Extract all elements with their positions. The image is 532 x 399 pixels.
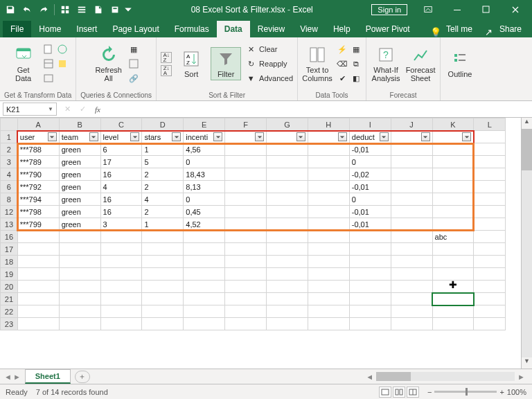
existing-conn-icon[interactable]: [43, 73, 54, 84]
cell[interactable]: [184, 305, 225, 318]
cell[interactable]: [474, 206, 506, 218]
cell[interactable]: 4,56: [184, 143, 225, 156]
cell[interactable]: [17, 281, 59, 293]
cell[interactable]: -0,01: [349, 218, 391, 231]
share-button[interactable]: Share: [498, 21, 529, 37]
cell[interactable]: [308, 168, 349, 181]
cell[interactable]: [432, 281, 474, 293]
cell[interactable]: stars: [142, 131, 184, 143]
cell[interactable]: abc: [432, 231, 474, 243]
row-header[interactable]: 4: [1, 168, 18, 181]
cell[interactable]: 2: [142, 206, 184, 218]
filter-dropdown-icon[interactable]: [172, 132, 181, 141]
row-header[interactable]: 1: [1, 131, 18, 143]
tab-data[interactable]: Data: [217, 21, 250, 37]
cell[interactable]: [267, 318, 308, 330]
vertical-scrollbar[interactable]: ▲ ▼: [521, 118, 532, 369]
cell[interactable]: [432, 156, 474, 168]
cell[interactable]: [349, 231, 391, 243]
properties-icon[interactable]: [128, 58, 139, 69]
tab-insert[interactable]: Insert: [69, 21, 105, 37]
cell[interactable]: [225, 206, 267, 218]
cell[interactable]: 1: [142, 143, 184, 156]
cell[interactable]: [225, 143, 267, 156]
next-sheet-icon[interactable]: ►: [13, 373, 21, 381]
cell[interactable]: [225, 156, 267, 168]
cell[interactable]: ***788: [17, 143, 59, 156]
cell[interactable]: 0,45: [184, 206, 225, 218]
cell[interactable]: [432, 143, 474, 156]
cell[interactable]: [225, 268, 267, 281]
cell[interactable]: [391, 281, 432, 293]
cell[interactable]: 16: [100, 168, 142, 181]
cell[interactable]: [391, 231, 432, 243]
cell[interactable]: [349, 268, 391, 281]
cell[interactable]: [308, 231, 349, 243]
get-data-button[interactable]: Get Data: [8, 45, 39, 82]
row-header[interactable]: 23: [1, 318, 18, 330]
cell[interactable]: [432, 243, 474, 256]
scroll-right-icon[interactable]: ►: [515, 373, 528, 381]
cell[interactable]: [391, 268, 432, 281]
cell[interactable]: [308, 293, 349, 305]
cell[interactable]: [184, 268, 225, 281]
cell[interactable]: green: [59, 143, 100, 156]
cell[interactable]: [267, 243, 308, 256]
cell[interactable]: [17, 231, 59, 243]
cell[interactable]: [59, 281, 100, 293]
advanced-button[interactable]: ▼Advanced: [245, 72, 293, 85]
cell[interactable]: 8,13: [184, 181, 225, 193]
cell[interactable]: ***799: [17, 218, 59, 231]
cell[interactable]: [391, 156, 432, 168]
cell[interactable]: [142, 231, 184, 243]
cell[interactable]: [142, 268, 184, 281]
cell[interactable]: [225, 293, 267, 305]
cell[interactable]: [59, 305, 100, 318]
cell[interactable]: [17, 256, 59, 268]
filter-dropdown-icon[interactable]: [255, 132, 264, 141]
cell[interactable]: [225, 305, 267, 318]
cell[interactable]: green: [59, 193, 100, 206]
cell[interactable]: [100, 243, 142, 256]
zoom-level[interactable]: 100%: [507, 388, 526, 396]
cell[interactable]: [142, 256, 184, 268]
cell[interactable]: [349, 318, 391, 330]
cell[interactable]: [474, 181, 506, 193]
cell[interactable]: [432, 206, 474, 218]
cell[interactable]: [17, 243, 59, 256]
cell[interactable]: ***798: [17, 206, 59, 218]
col-header[interactable]: D: [142, 118, 184, 131]
cell[interactable]: green: [59, 181, 100, 193]
save-icon[interactable]: [3, 2, 18, 17]
row-header[interactable]: 16: [1, 231, 18, 243]
cell[interactable]: [17, 305, 59, 318]
cell[interactable]: [225, 318, 267, 330]
cell[interactable]: [349, 293, 391, 305]
col-header[interactable]: F: [225, 118, 267, 131]
cell[interactable]: [225, 131, 267, 143]
name-box[interactable]: K21▼: [3, 103, 57, 116]
col-header[interactable]: E: [184, 118, 225, 131]
sort-az-icon[interactable]: A↓Z: [161, 52, 172, 63]
data-model-icon[interactable]: ◧: [351, 73, 362, 84]
filter-dropdown-icon[interactable]: [421, 132, 430, 141]
cell[interactable]: [267, 231, 308, 243]
cell[interactable]: [349, 305, 391, 318]
cell[interactable]: [391, 243, 432, 256]
cell[interactable]: -0,02: [349, 168, 391, 181]
col-header[interactable]: C: [100, 118, 142, 131]
filter-dropdown-icon[interactable]: [380, 132, 389, 141]
worksheet-grid[interactable]: A B C D E F G H I J K L 1userteamlevelst…: [0, 118, 532, 369]
cell[interactable]: [184, 231, 225, 243]
cell[interactable]: [432, 218, 474, 231]
cell[interactable]: [308, 318, 349, 330]
cell[interactable]: [432, 256, 474, 268]
tab-page-layout[interactable]: Page Layout: [105, 21, 166, 37]
cell[interactable]: [474, 243, 506, 256]
cell[interactable]: [184, 256, 225, 268]
cell[interactable]: [142, 293, 184, 305]
cell[interactable]: 2: [142, 168, 184, 181]
filter-dropdown-icon[interactable]: [48, 132, 57, 141]
filter-dropdown-icon[interactable]: [338, 132, 347, 141]
tab-home[interactable]: Home: [31, 21, 69, 37]
